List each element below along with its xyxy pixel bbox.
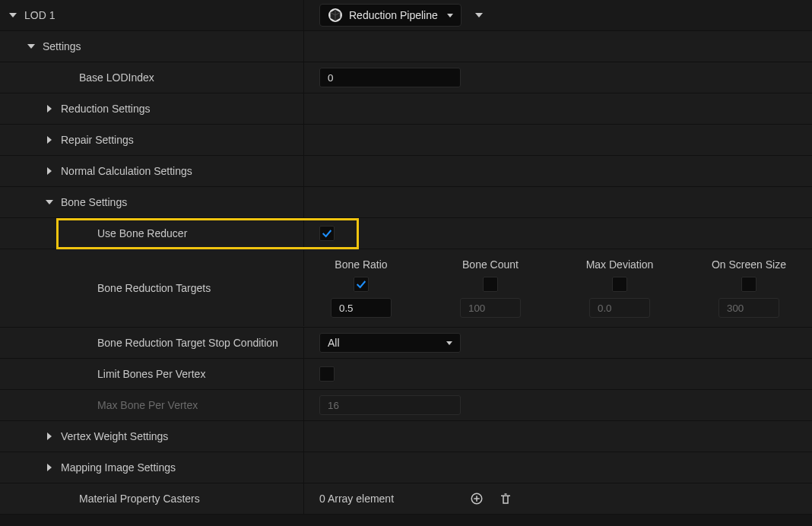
- use-bone-reducer-label: Use Bone Reducer: [97, 227, 187, 239]
- cube-icon: [328, 8, 343, 23]
- pipeline-dropdown[interactable]: Reduction Pipeline: [319, 4, 462, 27]
- base-lodindex-input[interactable]: [319, 68, 461, 87]
- repair-settings-label: Repair Settings: [61, 134, 134, 146]
- use-bone-reducer-checkbox[interactable]: [319, 226, 335, 241]
- repair-settings-toggle[interactable]: [44, 135, 55, 145]
- target-on-screen-size-checkbox[interactable]: [741, 277, 756, 292]
- reduction-settings-label: Reduction Settings: [61, 103, 151, 115]
- pipeline-extra-toggle[interactable]: [474, 10, 484, 21]
- lod-title: LOD 1: [24, 9, 55, 21]
- pipeline-label: Reduction Pipeline: [349, 9, 438, 21]
- target-on-screen-size-label: On Screen Size: [712, 258, 786, 271]
- add-array-element-button[interactable]: [468, 490, 485, 507]
- max-bone-per-vertex-label: Max Bone Per Vertex: [97, 399, 198, 411]
- material-property-casters-label: Material Property Casters: [79, 493, 200, 505]
- material-property-casters-value: 0 Array element: [319, 493, 456, 505]
- target-max-deviation-label: Max Deviation: [586, 258, 654, 271]
- base-lodindex-label: Base LODIndex: [79, 71, 154, 84]
- target-max-deviation-checkbox[interactable]: [612, 277, 627, 292]
- limit-bones-per-vertex-checkbox[interactable]: [319, 366, 335, 382]
- settings-title: Settings: [43, 40, 81, 52]
- target-bone-count-checkbox[interactable]: [483, 277, 498, 292]
- reduction-settings-toggle[interactable]: [44, 103, 55, 114]
- vertex-weight-toggle[interactable]: [44, 431, 55, 442]
- chevron-down-icon: [447, 14, 453, 17]
- target-bone-ratio-label: Bone Ratio: [335, 258, 387, 271]
- limit-bones-per-vertex-label: Limit Bones Per Vertex: [97, 368, 205, 380]
- delete-array-elements-button[interactable]: [497, 490, 514, 507]
- stop-condition-label: Bone Reduction Target Stop Condition: [97, 337, 278, 349]
- normal-calc-label: Normal Calculation Settings: [61, 165, 192, 177]
- trash-icon: [499, 492, 512, 505]
- vertex-weight-label: Vertex Weight Settings: [61, 430, 168, 442]
- lod-expand-toggle[interactable]: [8, 10, 18, 21]
- max-bone-per-vertex-input: [319, 395, 461, 415]
- target-on-screen-size-input: [718, 298, 779, 318]
- target-bone-count-label: Bone Count: [462, 258, 519, 271]
- bone-reduction-targets-label: Bone Reduction Targets: [97, 282, 211, 294]
- normal-calc-toggle[interactable]: [44, 166, 55, 176]
- target-bone-ratio-input[interactable]: [331, 298, 392, 318]
- mapping-image-label: Mapping Image Settings: [61, 461, 176, 474]
- stop-condition-value: All: [328, 337, 340, 349]
- target-bone-ratio-checkbox[interactable]: [354, 277, 369, 292]
- bone-settings-label: Bone Settings: [61, 196, 127, 208]
- target-max-deviation-input: [589, 298, 650, 318]
- chevron-down-icon: [446, 341, 452, 345]
- stop-condition-dropdown[interactable]: All: [319, 333, 461, 353]
- target-bone-count-input: [460, 298, 521, 318]
- plus-circle-icon: [470, 492, 484, 505]
- settings-expand-toggle[interactable]: [26, 41, 36, 52]
- bone-settings-toggle[interactable]: [44, 197, 55, 208]
- mapping-image-toggle[interactable]: [44, 462, 55, 473]
